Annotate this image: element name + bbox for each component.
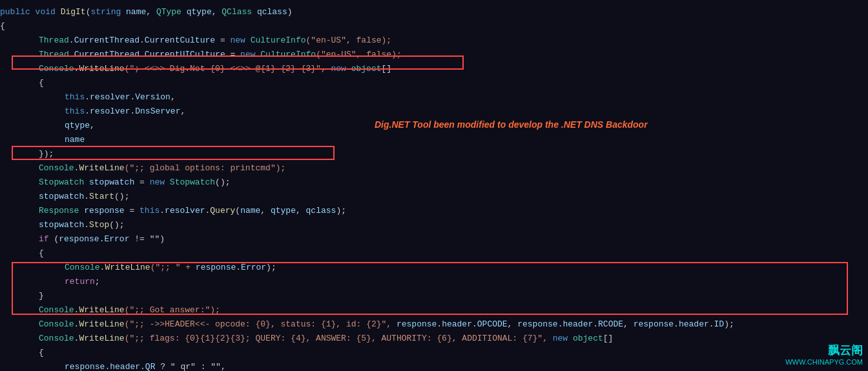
code-line-9: name (0, 133, 868, 147)
code-editor: public void DigIt(string name, QType qty… (0, 0, 868, 371)
watermark-chinese: 飘云阁 (785, 343, 863, 358)
code-line-15: stopwatch.Stop(); (0, 218, 868, 232)
code-line-25: response.header.QR ? " qr" : "", (0, 360, 868, 371)
code-line-17: { (0, 246, 868, 261)
code-line-1: { (0, 19, 868, 34)
watermark-url: WWW.CHINAPYG.COM (785, 358, 863, 366)
code-line-13: stopwatch.Start(); (0, 190, 868, 204)
code-line-3: Thread.CurrentThread.CurrentUICulture = … (0, 48, 868, 62)
code-line-7: this.resolver.DnsServer, (0, 105, 868, 119)
code-line-23: Console.WriteLine(";; flags: {0}{1}{2}{3… (0, 332, 868, 346)
code-line-21: Console.WriteLine(";; Got answer:"); (0, 303, 868, 317)
code-line-16: if (response.Error != "") (0, 232, 868, 246)
watermark: 飘云阁 WWW.CHINAPYG.COM (785, 343, 863, 366)
code-line-11: Console.WriteLine(";; global options: pr… (0, 161, 868, 175)
code-block: public void DigIt(string name, QType qty… (0, 5, 868, 371)
code-line-5: { (0, 76, 868, 90)
code-line-6: this.resolver.Version, (0, 90, 868, 105)
code-line-20: } (0, 289, 868, 303)
code-line-2: Thread.CurrentThread.CurrentCulture = ne… (0, 34, 868, 48)
code-line-22: Console.WriteLine(";; ->>HEADER<<- opcod… (0, 317, 868, 332)
annotation-label: Dig.NET Tool been modified to develop th… (375, 119, 648, 130)
code-line-10: }); (0, 147, 868, 161)
code-line-24: { (0, 346, 868, 360)
code-line-18: Console.WriteLine(";; " + response.Error… (0, 261, 868, 275)
code-line-14: Response response = this.resolver.Query(… (0, 204, 868, 218)
code-line-0: public void DigIt(string name, QType qty… (0, 5, 868, 19)
code-line-4: Console.WriteLine("; <<>> Dig.Net {0} <<… (0, 62, 868, 76)
code-line-19: return; (0, 275, 868, 289)
code-line-12: Stopwatch stopwatch = new Stopwatch(); (0, 175, 868, 190)
